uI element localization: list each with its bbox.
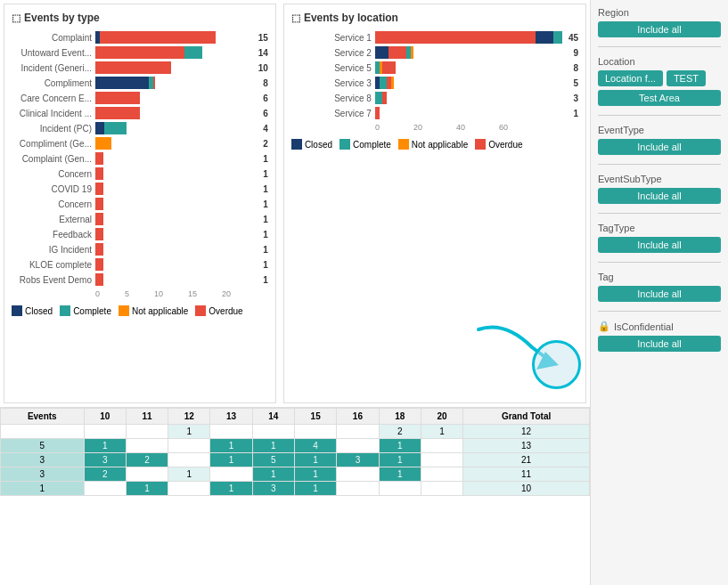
row-first-cell bbox=[1, 425, 85, 439]
table-cell: 1 bbox=[379, 439, 421, 453]
location-section: Location Location f... TEST Test Area bbox=[598, 56, 721, 106]
table-cell: 1 bbox=[421, 425, 462, 439]
bottom-table: Events 10 11 12 13 14 15 16 18 20 Grand … bbox=[0, 407, 590, 585]
table-cell bbox=[84, 482, 126, 496]
bar-segment-overdue bbox=[95, 228, 103, 240]
table-row: 3321513121 bbox=[1, 453, 590, 467]
chart-icon-right: ⬚ bbox=[291, 12, 300, 24]
x-tick: 15 bbox=[188, 289, 197, 298]
bar-label: Clinical Incident ... bbox=[12, 109, 92, 118]
legend-label: Overdue bbox=[209, 306, 242, 316]
tag-include-all-btn[interactable]: Include all bbox=[598, 286, 721, 302]
isconfidential-include-all-btn[interactable]: Include all bbox=[598, 336, 721, 352]
col-16: 16 bbox=[337, 409, 379, 425]
bar-label: Concern bbox=[12, 169, 92, 179]
divider-6 bbox=[598, 311, 721, 312]
bar-row: COVID 191 bbox=[12, 183, 268, 195]
table-cell bbox=[168, 439, 210, 453]
bar-row: KLOE complete1 bbox=[12, 258, 268, 271]
bar-value: 1 bbox=[263, 169, 268, 179]
bar-segment-overdue bbox=[95, 258, 103, 271]
bar-row: Robs Event Demo1 bbox=[12, 273, 268, 286]
bar-value: 8 bbox=[263, 78, 268, 88]
bar-segment-complete bbox=[375, 92, 382, 104]
legend-label: Complete bbox=[73, 306, 111, 316]
table-cell: 1 bbox=[295, 467, 337, 482]
table-cell bbox=[84, 425, 126, 439]
x-tick: 20 bbox=[413, 123, 422, 132]
bar-value: 1 bbox=[263, 215, 268, 224]
legend-item: Not applicable bbox=[398, 139, 468, 150]
bar-segment-overdue bbox=[95, 152, 103, 165]
bar-value: 1 bbox=[263, 154, 268, 164]
tagtype-include-all-btn[interactable]: Include all bbox=[598, 237, 721, 253]
bar-value: 9 bbox=[573, 48, 578, 58]
col-grand-total: Grand Total bbox=[463, 409, 590, 425]
table-cell bbox=[421, 439, 462, 453]
bar-container bbox=[95, 183, 257, 195]
bar-row: Compliment8 bbox=[12, 77, 268, 89]
tagtype-section: TagType Include all bbox=[598, 223, 721, 253]
col-11: 11 bbox=[126, 409, 168, 425]
bar-segment-not-applicable bbox=[391, 77, 394, 89]
legend-label: Complete bbox=[353, 140, 391, 150]
bar-row: Concern1 bbox=[12, 167, 268, 180]
bar-container bbox=[95, 31, 252, 44]
bar-segment-overdue bbox=[95, 243, 103, 256]
legend-label: Overdue bbox=[488, 140, 522, 150]
table-cell: 2 bbox=[84, 467, 126, 482]
bar-label: Service 5 bbox=[291, 63, 372, 73]
left-legend: ClosedCompleteNot applicableOverdue bbox=[12, 305, 268, 316]
col-13: 13 bbox=[210, 409, 252, 425]
x-tick: 5 bbox=[125, 289, 129, 298]
bar-value: 45 bbox=[568, 33, 578, 43]
bar-row: Service 29 bbox=[291, 46, 578, 59]
x-tick: 60 bbox=[499, 123, 508, 132]
table-cell: 1 bbox=[126, 482, 168, 496]
table-cell: 1 bbox=[210, 439, 252, 453]
bar-container bbox=[375, 46, 568, 59]
table-cell bbox=[252, 425, 294, 439]
bar-row: Service 83 bbox=[291, 92, 578, 104]
bar-segment-overdue bbox=[95, 46, 184, 59]
eventsubtype-include-all-btn[interactable]: Include all bbox=[598, 188, 721, 204]
legend-item: Overdue bbox=[195, 305, 242, 316]
bar-value: 2 bbox=[263, 139, 268, 149]
bar-container bbox=[95, 61, 252, 74]
table-cell bbox=[295, 425, 337, 439]
legend-swatch bbox=[195, 305, 206, 316]
left-chart-title: ⬚ Events by type bbox=[12, 12, 268, 24]
eventtype-include-all-btn[interactable]: Include all bbox=[598, 139, 721, 155]
bar-segment-closed bbox=[95, 122, 104, 134]
location-test-area-btn[interactable]: Test Area bbox=[598, 90, 721, 106]
table-cell bbox=[168, 482, 210, 496]
bar-segment-overdue bbox=[382, 61, 396, 74]
location-f-btn[interactable]: Location f... bbox=[598, 70, 663, 86]
bar-row: Untoward Event...14 bbox=[12, 46, 268, 59]
bar-label: Service 7 bbox=[291, 109, 372, 118]
region-section: Region Include all bbox=[598, 7, 721, 37]
x-tick: 0 bbox=[375, 123, 380, 132]
table-cell: 1 bbox=[210, 453, 252, 467]
bar-segment-not-applicable bbox=[95, 137, 111, 150]
isconfidential-section: 🔒 IsConfidential Include all bbox=[598, 321, 721, 352]
table-cell: 13 bbox=[463, 439, 590, 453]
events-by-type-chart: ⬚ Events by type Complaint15Untoward Eve… bbox=[4, 4, 276, 403]
table-cell bbox=[337, 467, 379, 482]
location-btn-row: Location f... TEST bbox=[598, 70, 721, 86]
col-15: 15 bbox=[295, 409, 337, 425]
legend-swatch bbox=[60, 305, 70, 316]
legend-swatch bbox=[291, 139, 302, 150]
bar-container bbox=[95, 258, 257, 271]
bar-segment-complete bbox=[104, 122, 127, 134]
region-include-all-btn[interactable]: Include all bbox=[598, 21, 721, 37]
table-cell: 11 bbox=[463, 467, 590, 482]
bar-label: Service 8 bbox=[291, 93, 372, 103]
col-14: 14 bbox=[252, 409, 294, 425]
table-row: 32111111 bbox=[1, 467, 590, 482]
bar-container bbox=[95, 137, 257, 150]
location-test-btn[interactable]: TEST bbox=[667, 70, 706, 86]
bar-label: Service 1 bbox=[291, 33, 372, 43]
x-tick: 40 bbox=[456, 123, 465, 132]
table-cell: 1 bbox=[84, 439, 126, 453]
